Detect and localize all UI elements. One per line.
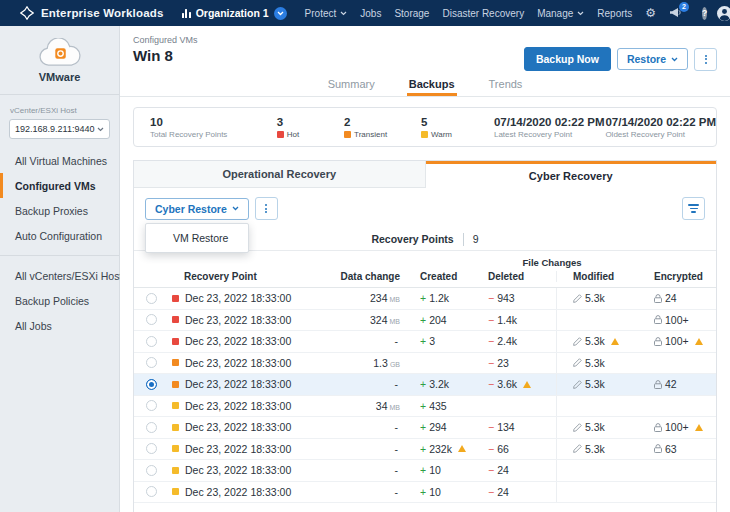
modified-value: 5.3k: [585, 357, 605, 369]
counter-value: 9: [473, 233, 479, 245]
tab-trends[interactable]: Trends: [487, 74, 525, 96]
deleted-cell: −: [478, 400, 556, 412]
table-row[interactable]: Dec 23, 2022 18:33:00 234MB +1.2k −943 5…: [134, 288, 716, 310]
settings-gear-icon[interactable]: ⚙: [645, 7, 656, 19]
main-content: Configured VMs Win 8 Backup Now Restore …: [120, 26, 730, 512]
row-radio[interactable]: [146, 379, 157, 390]
recovery-card: Operational Recovery Cyber Recovery Cybe…: [133, 160, 717, 512]
sidebar-item-configured-vms[interactable]: Configured VMs: [0, 173, 119, 198]
sidebar-item-all-virtual-machines[interactable]: All Virtual Machines: [0, 148, 119, 173]
severity-marker-icon: [172, 402, 179, 409]
table-row[interactable]: Dec 23, 2022 18:33:00 - +10 −24: [134, 460, 716, 482]
table-body: Dec 23, 2022 18:33:00 234MB +1.2k −943 5…: [134, 288, 716, 503]
row-radio[interactable]: [146, 357, 157, 368]
table-kebab-button[interactable]: [255, 197, 278, 220]
data-change-value: -: [395, 335, 399, 347]
col-deleted: Deleted: [478, 271, 556, 282]
deleted-value: 23: [497, 357, 509, 369]
more-actions-kebab-button[interactable]: [694, 48, 717, 71]
pencil-icon: [573, 444, 582, 453]
sidebar-item-all-jobs[interactable]: All Jobs: [0, 313, 119, 338]
file-changes-group-label: File Changes: [412, 257, 716, 268]
created-cell: +232k: [412, 443, 478, 455]
sidebar-item-all-vcenters-esxi-hosts[interactable]: All vCenters/ESXi Hosts: [0, 263, 119, 288]
top-navbar: Enterprise Workloads Organization 1 Prot…: [0, 0, 730, 26]
announcements-megaphone-icon[interactable]: 2: [669, 7, 682, 20]
user-avatar-icon[interactable]: [717, 6, 730, 21]
row-radio[interactable]: [146, 336, 157, 347]
cyber-restore-button-label: Cyber Restore: [155, 203, 227, 215]
deleted-cell: −3.6k: [478, 378, 556, 390]
created-cell: +10: [412, 464, 478, 476]
deleted-value: 24: [497, 486, 509, 498]
table-row[interactable]: Dec 23, 2022 18:33:00 - +294 −134 5.3k 1…: [134, 417, 716, 439]
deleted-cell: −1.4k: [478, 314, 556, 326]
host-select[interactable]: 192.168.9.211:9440: [9, 119, 110, 139]
recovery-point-date: Dec 23, 2022 18:33:00: [185, 292, 291, 304]
tab-backups[interactable]: Backups: [407, 74, 457, 96]
counter-label: Recovery Points: [371, 233, 453, 245]
col-encrypted: Encrypted: [642, 271, 716, 282]
recovery-point-date: Dec 23, 2022 18:33:00: [185, 378, 291, 390]
row-radio[interactable]: [146, 422, 157, 433]
cyber-restore-button[interactable]: Cyber Restore: [145, 198, 249, 220]
row-radio[interactable]: [146, 443, 157, 454]
org-chevron-down-icon[interactable]: [274, 7, 287, 20]
tab-cyber-recovery[interactable]: Cyber Recovery: [426, 161, 717, 188]
filter-button[interactable]: [682, 197, 705, 220]
data-change-value: 1.3: [373, 357, 388, 369]
encrypted-cell: 24: [642, 292, 716, 304]
chevron-down-icon: [232, 206, 239, 211]
chevron-down-icon: [97, 124, 104, 134]
chevron-down-icon: [671, 57, 678, 62]
nav-storage[interactable]: Storage: [394, 8, 429, 19]
modified-value: 5.3k: [585, 378, 605, 390]
nav-disaster-recovery[interactable]: Disaster Recovery: [442, 8, 524, 19]
deleted-value: 134: [497, 421, 515, 433]
backup-now-button[interactable]: Backup Now: [524, 47, 611, 71]
detail-tabs: Summary Backups Trends: [120, 74, 730, 97]
data-change-value: -: [395, 421, 399, 433]
nav-manage[interactable]: Manage: [537, 8, 584, 19]
warning-icon: [695, 338, 703, 345]
menu-item-vm-restore[interactable]: VM Restore: [146, 224, 248, 252]
restore-button[interactable]: Restore: [617, 48, 688, 70]
lock-icon: [654, 337, 662, 346]
table-row[interactable]: Dec 23, 2022 18:33:00 324MB +204 −1.4k 1…: [134, 310, 716, 332]
row-radio[interactable]: [146, 465, 157, 476]
recovery-point-date: Dec 23, 2022 18:33:00: [185, 357, 291, 369]
table-row[interactable]: Dec 23, 2022 18:33:00 1.3GB + −23 5.3k: [134, 353, 716, 375]
data-change-value: 234: [370, 292, 388, 304]
table-row[interactable]: Dec 23, 2022 18:33:00 - +10 −24: [134, 482, 716, 504]
nav-jobs[interactable]: Jobs: [360, 8, 381, 19]
row-radio[interactable]: [146, 314, 157, 325]
pencil-icon: [573, 294, 582, 303]
tab-summary[interactable]: Summary: [326, 74, 377, 96]
table-row[interactable]: Dec 23, 2022 18:33:00 34MB +435 −: [134, 396, 716, 418]
row-radio[interactable]: [146, 400, 157, 411]
row-radio[interactable]: [146, 293, 157, 304]
table-row[interactable]: Dec 23, 2022 18:33:00 - +3.2k −3.6k 5.3k…: [134, 374, 716, 396]
sidebar-item-backup-policies[interactable]: Backup Policies: [0, 288, 119, 313]
recovery-point-date: Dec 23, 2022 18:33:00: [185, 443, 291, 455]
help-icon[interactable]: ?: [702, 7, 707, 20]
brand-name: Enterprise Workloads: [41, 7, 164, 19]
recovery-point-date: Dec 23, 2022 18:33:00: [185, 464, 291, 476]
row-radio[interactable]: [146, 486, 157, 497]
modified-cell: 5.3k: [556, 374, 642, 395]
table-row[interactable]: Dec 23, 2022 18:33:00 - +232k −66 5.3k 6…: [134, 439, 716, 461]
recovery-point-date: Dec 23, 2022 18:33:00: [185, 486, 291, 498]
breadcrumb: Configured VMs: [133, 35, 717, 45]
stat-warm: 5 Warm: [421, 116, 494, 139]
modified-cell: [556, 460, 642, 481]
severity-marker-icon: [172, 381, 179, 388]
tab-operational-recovery[interactable]: Operational Recovery: [134, 161, 426, 188]
nav-reports[interactable]: Reports: [597, 8, 632, 19]
org-switcher[interactable]: Organization 1: [182, 7, 287, 20]
table-row[interactable]: Dec 23, 2022 18:33:00 - +3 −2.4k 5.3k 10…: [134, 331, 716, 353]
created-cell: +204: [412, 314, 478, 326]
sidebar-item-backup-proxies[interactable]: Backup Proxies: [0, 198, 119, 223]
nav-protect[interactable]: Protect: [305, 8, 348, 19]
col-data-change: Data change: [320, 271, 412, 282]
sidebar-item-auto-configuration[interactable]: Auto Configuration: [0, 223, 119, 248]
